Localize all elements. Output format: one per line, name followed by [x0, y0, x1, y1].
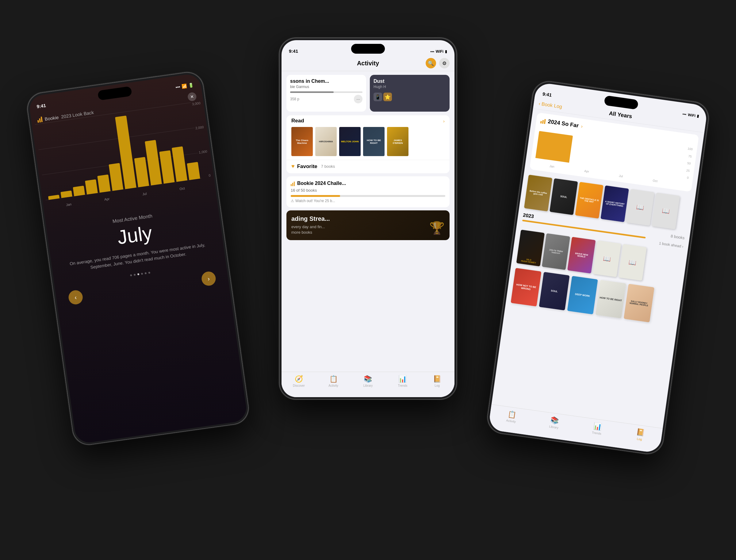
- tab-log-r[interactable]: 📔 Log: [618, 426, 662, 444]
- bar-feb: [60, 190, 72, 198]
- book-placeholder2-icon: 📖: [661, 207, 670, 215]
- card2-icons: 📱 ⭐: [374, 93, 446, 101]
- tab-library-r[interactable]: 📚 Library: [532, 414, 577, 432]
- activity-label: Activity: [328, 384, 338, 387]
- tab-library[interactable]: 📚 Library: [351, 375, 385, 387]
- search-button[interactable]: 🔍: [426, 58, 436, 68]
- y-label-0: 0: [202, 173, 211, 178]
- book-soul-main[interactable]: SOUL: [550, 178, 578, 215]
- dot-4: [141, 273, 143, 275]
- bottom-book-sally[interactable]: SALLY ROONEY NORMAL PEOPLE: [624, 284, 654, 322]
- bottom-book-soul[interactable]: SOUL: [539, 272, 569, 311]
- library-label: Library: [363, 384, 373, 387]
- card1-more-btn[interactable]: ···: [354, 95, 362, 103]
- challenge-warning: ⚠ Watch out! You're 25 b...: [291, 199, 445, 203]
- prev-button[interactable]: ‹: [68, 290, 84, 305]
- dot-5: [145, 272, 147, 274]
- streak-title: ading Strea...: [291, 215, 445, 222]
- year-bar-jul: [605, 168, 638, 172]
- tab-discover[interactable]: 🧭 Discover: [282, 375, 316, 387]
- book-5-img: JAMES O'BRIEN: [387, 127, 408, 156]
- book-placeholder3[interactable]: 📖: [593, 240, 621, 277]
- reading-card-1[interactable]: ssons in Chem... bie Garmus 358 p ···: [286, 75, 366, 112]
- card1-title: ssons in Chem...: [290, 79, 362, 84]
- trends-icon-r: 📊: [593, 422, 602, 431]
- book-chaos-img: The Chaos Machine: [291, 127, 313, 156]
- book-hiroshima[interactable]: HIROSHIMA: [315, 127, 337, 156]
- bar-jun: [109, 163, 124, 191]
- x-jul: Jul: [619, 174, 623, 178]
- year-2024-chevron[interactable]: ›: [581, 123, 583, 129]
- challenge-progress-fill: [291, 195, 340, 197]
- tab-activity-r[interactable]: 📋 Activity: [489, 408, 534, 426]
- status-icons-right: ▪▪▪ WiFi ▮: [682, 107, 700, 118]
- card1-author: bie Garmus: [290, 85, 362, 89]
- warning-icon: ⚠: [291, 199, 294, 203]
- dot-6: [148, 272, 150, 274]
- book-jobs-text: Jobs by Walter Isaacson: [545, 248, 567, 255]
- challenge-icon: [291, 181, 295, 186]
- tab-activity[interactable]: 📋 Activity: [316, 375, 351, 387]
- tab-bar-right: 📋 Activity 📚 Library 📊 Trends 📔 Log: [488, 404, 663, 454]
- book-bravenew[interactable]: BRAVE NEW WORLD: [567, 237, 596, 274]
- bookie-bar-icon: [37, 117, 43, 123]
- status-time-center: 9:41: [289, 44, 298, 54]
- year-chart-y: 100 75 50 25 0: [683, 147, 693, 179]
- signal-icon-r: ▪▪▪: [682, 112, 687, 117]
- book-placeholder2[interactable]: 📖: [652, 193, 680, 229]
- book-5[interactable]: JAMES O'BRIEN: [387, 127, 408, 156]
- book-jobs[interactable]: Jobs by Walter Isaacson: [542, 233, 570, 270]
- signal-icon: ▪▪▪: [175, 84, 180, 90]
- book-coffee[interactable]: Before the coffee gets cold: [524, 175, 553, 212]
- next-button[interactable]: ›: [201, 271, 217, 287]
- log-icon: 📔: [433, 375, 441, 383]
- y-50: 50: [685, 161, 691, 165]
- book-obstacle-text: THE OBSTACLE IS THE WAY: [578, 197, 600, 204]
- log-nav-spacer: [679, 123, 700, 126]
- bar-dec: [187, 162, 200, 180]
- nav-buttons: ‹ ›: [62, 270, 223, 306]
- book-obstacle[interactable]: THE OBSTACLE IS THE WAY: [575, 182, 604, 219]
- log-label: Log: [435, 384, 440, 387]
- x-label-jul: Jul: [142, 192, 147, 196]
- card2-icon1: 📱: [374, 93, 382, 101]
- book-howtoright[interactable]: HOW TO BE RIGHT: [363, 127, 385, 156]
- y-label-1000: 1,000: [198, 149, 207, 154]
- y-label-3000: 3,000: [192, 101, 201, 106]
- challenge-header: Bookie 2024 Challe...: [291, 181, 445, 186]
- bar-may: [98, 175, 111, 193]
- book-placeholder4[interactable]: 📖: [618, 244, 647, 281]
- challenge-sub: 16 of 50 books: [291, 188, 445, 193]
- book-melton[interactable]: MELTON JOHN: [339, 127, 361, 156]
- bar-aug: [134, 157, 149, 187]
- year-2024-title: 2024 So Far: [547, 118, 579, 129]
- tab-trends[interactable]: 📊 Trends: [385, 375, 420, 387]
- tab-log[interactable]: 📔 Log: [420, 375, 454, 387]
- book-chaos[interactable]: The Chaos Machine: [291, 127, 313, 156]
- card1-progress-fill: [290, 91, 334, 93]
- log-back-btn[interactable]: ‹ Book Log: [538, 101, 562, 109]
- tab-trends-r[interactable]: 📊 Trends: [575, 420, 619, 438]
- book-history[interactable]: A SHORT HISTORY OF EVERYTHING: [600, 186, 629, 222]
- book-placeholder1[interactable]: 📖: [626, 189, 654, 226]
- book-history-text: A SHORT HISTORY OF EVERYTHING: [604, 200, 626, 208]
- bottom-book-deep[interactable]: DEEP WORK: [567, 276, 598, 314]
- read-link[interactable]: ›: [443, 118, 445, 124]
- reading-card-2[interactable]: Dust Hugh H 📱 ⭐: [370, 75, 450, 112]
- book-coffee-text: Before the coffee gets cold: [527, 190, 549, 197]
- year-bar-jan: [535, 131, 573, 163]
- wifi-icon: 📶: [181, 83, 187, 89]
- bottom-book-right[interactable]: HOW TO BE RIGHT: [596, 280, 626, 318]
- dynamic-island-center: [351, 44, 385, 54]
- book-melton-img: MELTON JOHN: [339, 127, 361, 156]
- settings-button[interactable]: ⚙: [439, 58, 450, 68]
- favorite-row: ♥ Favorite 7 books: [286, 160, 450, 173]
- bottom-book-hownotbe[interactable]: HOW NOT TO BE WRONG: [511, 268, 541, 307]
- bottom-book-soul-text: SOUL: [551, 289, 558, 293]
- dot-1: [130, 274, 132, 276]
- streak-section: ading Strea... every day and fin...more …: [286, 210, 450, 240]
- book-silo[interactable]: SILOHUGH HOWEY: [516, 230, 545, 267]
- book-soul-text: SOUL: [560, 195, 567, 198]
- trends-label-r: Trends: [592, 431, 601, 435]
- heart-icon: ♥: [291, 163, 295, 170]
